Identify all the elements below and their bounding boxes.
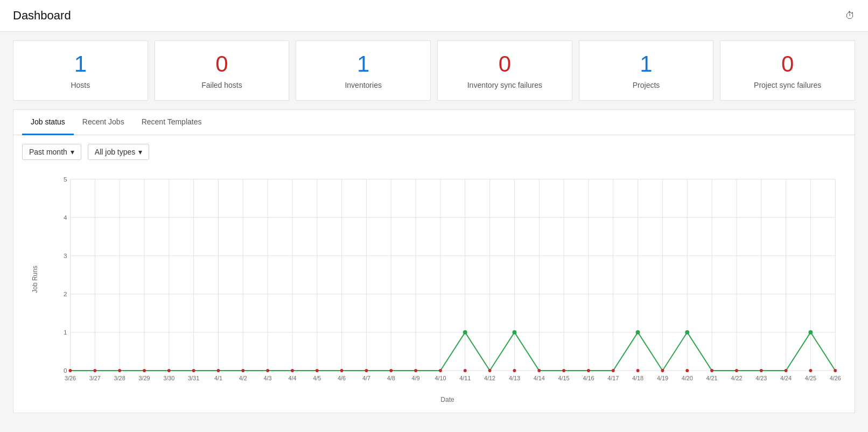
period-dropdown[interactable]: Past month ▾ [22,144,81,160]
svg-text:4/4: 4/4 [288,375,296,381]
tab-recent-jobs[interactable]: Recent Jobs [74,110,133,135]
svg-point-105 [661,369,664,372]
svg-text:3/30: 3/30 [163,375,174,381]
svg-text:4/6: 4/6 [338,375,346,381]
tab-job-status[interactable]: Job status [22,110,74,135]
y-axis-label: Job Runs [31,267,39,293]
svg-point-107 [710,369,713,372]
stat-card-project-sync-failures[interactable]: 0 Project sync failures [720,40,855,101]
svg-text:4/5: 4/5 [313,375,321,381]
svg-text:4/26: 4/26 [830,375,841,381]
svg-point-109 [760,369,763,372]
stat-value-inventories: 1 [305,52,422,76]
chart-controls: Past month ▾ All job types ▾ [13,135,855,169]
svg-text:3: 3 [64,252,67,260]
chart-area: Job Runs 0123453/263/273/283/293/303/314… [13,169,855,412]
svg-point-80 [808,330,813,335]
svg-point-84 [143,369,146,372]
stat-label-project-sync-failures: Project sync failures [729,81,846,89]
chevron-down-icon: ▾ [138,148,142,156]
svg-point-98 [488,369,492,372]
svg-point-101 [562,369,565,372]
svg-point-91 [316,369,319,372]
svg-point-85 [167,369,171,372]
svg-point-103 [612,369,615,372]
svg-text:4/25: 4/25 [805,375,816,381]
page-title: Dashboard [13,9,71,23]
history-icon[interactable]: ⏱ [845,10,855,22]
period-label: Past month [29,148,67,156]
svg-point-87 [217,369,220,372]
svg-point-97 [464,369,467,372]
stat-value-failed-hosts: 0 [164,52,281,76]
svg-text:4/23: 4/23 [755,375,767,381]
x-axis-label: Date [440,396,454,403]
job-type-dropdown[interactable]: All job types ▾ [88,144,149,160]
svg-text:4: 4 [64,214,67,221]
stat-label-hosts: Hosts [22,81,139,89]
svg-text:4/13: 4/13 [509,375,520,381]
svg-point-88 [241,369,244,372]
svg-point-100 [537,369,541,372]
svg-text:5: 5 [64,176,67,183]
svg-text:4/22: 4/22 [731,375,742,381]
svg-text:3/26: 3/26 [65,375,76,381]
svg-point-99 [513,369,516,372]
svg-point-93 [365,369,368,372]
svg-point-96 [439,369,442,372]
svg-text:4/16: 4/16 [583,375,594,381]
svg-text:2: 2 [64,290,67,298]
stat-label-failed-hosts: Failed hosts [164,81,281,89]
svg-text:1: 1 [64,329,67,336]
stat-value-hosts: 1 [22,52,139,76]
svg-point-79 [685,330,689,335]
stat-card-hosts[interactable]: 1 Hosts [13,40,148,101]
header: Dashboard ⏱ [0,0,868,32]
svg-text:3/27: 3/27 [89,375,101,381]
stat-value-inventory-sync-failures: 0 [446,52,563,76]
svg-text:4/24: 4/24 [780,375,792,381]
svg-point-108 [735,369,738,372]
svg-text:4/2: 4/2 [239,375,247,381]
svg-text:3/28: 3/28 [114,375,125,381]
svg-point-81 [69,369,72,372]
svg-point-102 [587,369,590,372]
svg-point-106 [685,369,689,372]
svg-text:4/8: 4/8 [387,375,395,381]
svg-point-92 [340,369,344,372]
tab-bar: Job statusRecent JobsRecent Templates [13,110,855,135]
svg-text:4/15: 4/15 [558,375,570,381]
tab-recent-templates[interactable]: Recent Templates [133,110,211,135]
svg-text:4/14: 4/14 [534,375,545,381]
svg-text:4/21: 4/21 [706,375,718,381]
svg-text:4/3: 4/3 [264,375,272,381]
svg-text:0: 0 [64,367,67,374]
svg-point-95 [414,369,417,372]
stat-label-inventories: Inventories [305,81,422,89]
svg-point-112 [834,369,837,372]
svg-text:4/1: 4/1 [214,375,222,381]
stat-label-projects: Projects [588,81,705,89]
svg-text:4/17: 4/17 [607,375,619,381]
stat-card-projects[interactable]: 1 Projects [579,40,714,101]
stat-card-failed-hosts[interactable]: 0 Failed hosts [155,40,290,101]
svg-point-86 [192,369,195,372]
svg-point-104 [636,369,640,372]
svg-text:4/20: 4/20 [682,375,693,381]
svg-text:4/19: 4/19 [657,375,668,381]
svg-text:4/12: 4/12 [484,375,495,381]
svg-text:4/11: 4/11 [459,375,471,381]
job-type-label: All job types [95,148,135,156]
stat-card-inventory-sync-failures[interactable]: 0 Inventory sync failures [437,40,572,101]
svg-point-94 [389,369,393,372]
svg-text:3/31: 3/31 [188,375,199,381]
stat-card-inventories[interactable]: 1 Inventories [296,40,431,101]
svg-point-110 [785,369,788,372]
svg-point-76 [463,330,467,335]
svg-point-90 [291,369,294,372]
svg-text:3/29: 3/29 [138,375,150,381]
stat-value-projects: 1 [588,52,705,76]
svg-text:4/9: 4/9 [412,375,420,381]
svg-point-89 [266,369,269,372]
svg-point-82 [93,369,96,372]
